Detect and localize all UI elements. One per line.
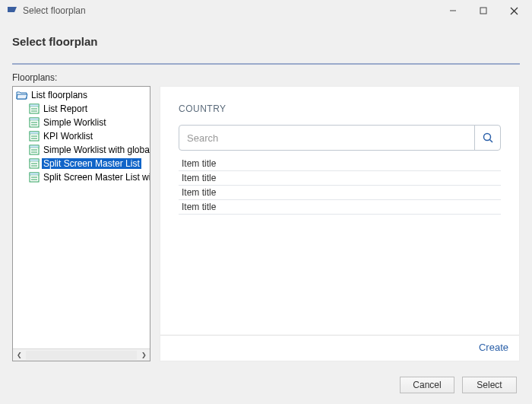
list-item-title: Item title	[182, 202, 216, 212]
window-title: Select floorplan	[23, 5, 438, 16]
titlebar[interactable]: Select floorplan	[0, 0, 532, 21]
close-button[interactable]	[499, 0, 529, 21]
template-icon	[28, 130, 40, 142]
template-icon	[28, 171, 40, 183]
list-item[interactable]: Item title	[179, 200, 501, 215]
tree-item-label: Simple Worklist	[42, 117, 107, 128]
svg-rect-9	[30, 118, 39, 120]
tree-item-list-report[interactable]: List Report	[13, 102, 150, 116]
list-item[interactable]: Item title	[179, 171, 501, 186]
template-icon	[28, 157, 40, 170]
minimize-button[interactable]	[438, 0, 468, 21]
divider	[12, 63, 520, 65]
cancel-button[interactable]: Cancel	[400, 377, 454, 393]
tree-folder-label: List floorplans	[30, 90, 89, 100]
template-icon	[28, 116, 40, 129]
svg-rect-17	[30, 145, 39, 148]
svg-line-29	[489, 140, 492, 143]
tree-item-label: Split Screen Master List with amou	[42, 172, 150, 183]
svg-rect-21	[30, 159, 39, 161]
template-icon	[28, 103, 40, 115]
folder-open-icon	[16, 89, 28, 101]
tree-item-simple-worklist[interactable]: Simple Worklist	[13, 116, 150, 129]
preview-title: COUNTRY	[179, 103, 501, 114]
list-item-title: Item title	[182, 173, 216, 183]
svg-rect-25	[30, 173, 39, 175]
tree-item-label: Simple Worklist with global action	[42, 145, 150, 155]
sidebar-section-label: Floorplans:	[12, 72, 520, 83]
list-item[interactable]: Item title	[179, 157, 501, 171]
maximize-button[interactable]	[468, 0, 499, 21]
tree-item-split-screen-master-list[interactable]: Split Screen Master List	[13, 157, 150, 170]
page-title: Select floorplan	[12, 35, 520, 48]
search-field[interactable]	[179, 125, 501, 151]
list-item[interactable]: Item title	[179, 186, 501, 200]
tree-item-label: Split Screen Master List	[42, 158, 141, 169]
create-link[interactable]: Create	[479, 342, 508, 353]
floorplan-app-icon	[6, 5, 18, 17]
floorplans-tree[interactable]: List floorplans List Report	[13, 87, 150, 348]
template-icon	[28, 144, 40, 156]
floorplans-tree-panel: List floorplans List Report	[12, 86, 150, 361]
list-item-title: Item title	[182, 187, 216, 198]
select-button[interactable]: Select	[462, 377, 517, 393]
preview-item-list: Item title Item title Item title Item ti…	[179, 157, 501, 215]
tree-folder-root[interactable]: List floorplans	[13, 88, 150, 102]
scroll-right-icon[interactable]: ❯	[138, 349, 150, 361]
search-button[interactable]	[474, 126, 500, 150]
tree-item-simple-worklist-global[interactable]: Simple Worklist with global action	[13, 143, 150, 157]
svg-rect-1	[480, 8, 486, 14]
scroll-left-icon[interactable]: ❮	[13, 349, 25, 361]
dialog-footer: Cancel Select	[0, 369, 532, 404]
scroll-track[interactable]	[26, 351, 137, 360]
tree-item-split-screen-master-list-amount[interactable]: Split Screen Master List with amou	[13, 170, 150, 184]
svg-rect-5	[30, 104, 39, 107]
tree-item-kpi-worklist[interactable]: KPI Worklist	[13, 129, 150, 143]
tree-item-label: List Report	[42, 103, 89, 114]
search-icon	[482, 132, 494, 144]
svg-rect-13	[30, 132, 39, 134]
svg-point-28	[483, 134, 490, 141]
list-item-title: Item title	[182, 158, 216, 169]
preview-panel: COUNTRY Item title Item title Item title…	[160, 86, 520, 361]
horizontal-scrollbar[interactable]: ❮ ❯	[13, 348, 150, 361]
search-input[interactable]	[179, 126, 474, 150]
tree-item-label: KPI Worklist	[42, 131, 94, 142]
